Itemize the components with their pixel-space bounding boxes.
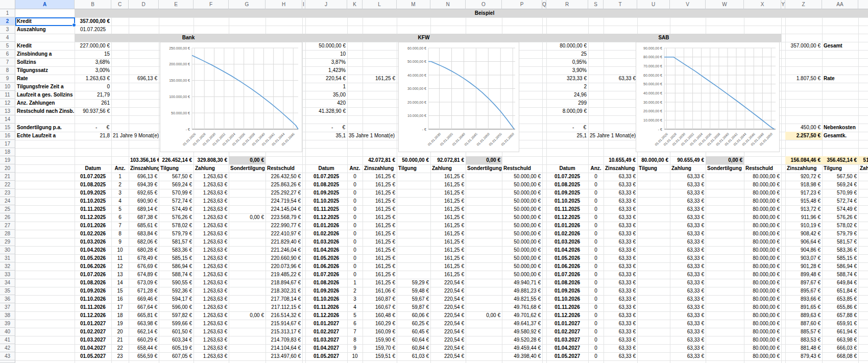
cell-E29[interactable]: 581,57 € [159, 238, 194, 246]
column-header-H[interactable]: H [266, 0, 302, 9]
header-sab-6[interactable]: Restschuld [744, 164, 781, 173]
cell-C40[interactable]: 20 [111, 328, 129, 336]
cell-E31[interactable]: 585,15 € [159, 254, 194, 262]
row-header-23[interactable]: 23 [0, 189, 15, 197]
cell-B38[interactable]: 01.12.2026 [75, 311, 111, 320]
row-header-16[interactable]: 16 [0, 132, 15, 140]
total-kfw-0[interactable]: 42.072,81 € [363, 156, 397, 164]
cell-M43[interactable]: 61,03 € [397, 352, 430, 360]
header-kfw-3[interactable]: Tilgung [397, 164, 430, 173]
cell-S35[interactable]: 0 [588, 287, 604, 295]
cell-F29[interactable]: 1.263,63 € [194, 238, 229, 246]
row-header-43[interactable]: 43 [0, 352, 15, 360]
header-bank-4[interactable]: Zahlung [194, 164, 229, 173]
param-kfw-6[interactable]: 10 [305, 50, 347, 58]
cell-T39[interactable]: 63,33 € [604, 320, 637, 328]
param-sab-5[interactable]: 80.000,00 € [546, 42, 588, 50]
param-bank-12[interactable]: 261 [75, 99, 111, 107]
cell-D43[interactable]: 656,59 € [129, 352, 159, 360]
cell-K27[interactable]: 0 [347, 222, 363, 230]
cell-H35[interactable]: 218.302,31 € [266, 287, 302, 295]
param-kfw-7[interactable]: 3,87% [305, 58, 347, 66]
column-header-U[interactable]: U [637, 0, 670, 9]
cell-AA33[interactable]: 588,74 € [822, 271, 858, 279]
cell-V32[interactable]: 63,33 € [670, 262, 706, 271]
cell-M42[interactable]: 60,84 € [397, 344, 430, 352]
cell-F24[interactable]: 1.263,63 € [194, 197, 229, 205]
row-header-42[interactable]: 42 [0, 344, 15, 352]
cell-J25[interactable]: 01.11.2025 [305, 205, 347, 213]
cell-F25[interactable]: 1.263,63 € [194, 205, 229, 213]
cell-F21[interactable]: 1.263,63 € [194, 173, 229, 181]
cell-E43[interactable]: 607,05 € [159, 352, 194, 360]
cell-D29[interactable]: 682,06 € [129, 238, 159, 246]
cell-D21[interactable]: 696,13 € [129, 173, 159, 181]
total-kfw-1[interactable]: 50.000,00 € [397, 156, 430, 164]
cell-H32[interactable]: 220.073,96 € [266, 262, 302, 271]
cell-L40[interactable]: 160,09 € [363, 328, 397, 336]
cell-Z25[interactable]: 913,72 € [785, 205, 822, 213]
cell-X36[interactable]: 80.000,00 € [744, 295, 781, 303]
cell-D22[interactable]: 694,39 € [129, 181, 159, 189]
cell-N28[interactable]: 161,25 € [430, 230, 466, 238]
header-sab-0[interactable]: Datum [546, 164, 588, 173]
cell-C21[interactable]: 1 [111, 173, 129, 181]
sondertilgung-sab[interactable]: -€ [546, 124, 588, 132]
cell-C28[interactable]: 8 [111, 230, 129, 238]
cell-X37[interactable]: 80.000,00 € [744, 303, 781, 311]
cell-T25[interactable]: 63,33 € [604, 205, 637, 213]
cell-O38[interactable]: 0,00 € [466, 311, 502, 320]
cell-X26[interactable]: 80.000,00 € [744, 213, 781, 222]
cell-S23[interactable]: 0 [588, 189, 604, 197]
cell-S32[interactable]: 0 [588, 262, 604, 271]
cell-D24[interactable]: 690,90 € [129, 197, 159, 205]
cell-P30[interactable]: 50.000,00 € [502, 246, 542, 254]
row-header-15[interactable]: 15 [0, 124, 15, 132]
param-sab-9[interactable]: 323,33 € [546, 75, 588, 83]
cell-L21[interactable]: 161,25 € [363, 173, 397, 181]
cell-AA25[interactable]: 574,49 € [822, 205, 858, 213]
cell-F40[interactable]: 1.263,63 € [194, 328, 229, 336]
cell-H31[interactable]: 220.660,90 € [266, 254, 302, 262]
echte-laufzeit-sab[interactable]: 25,1 [546, 132, 588, 140]
cell-K29[interactable]: 0 [347, 238, 363, 246]
cell-T21[interactable]: 63,33 € [604, 173, 637, 181]
cell-D33[interactable]: 674,89 € [129, 271, 159, 279]
cell-T30[interactable]: 63,33 € [604, 246, 637, 254]
cell-X38[interactable]: 80.000,00 € [744, 311, 781, 320]
cell-D34[interactable]: 673,09 € [129, 279, 159, 287]
cell-T38[interactable]: 63,33 € [604, 311, 637, 320]
cell-J41[interactable]: 01.03.2027 [305, 336, 347, 344]
row-header-31[interactable]: 31 [0, 254, 15, 262]
cell-L41[interactable]: 159,90 € [363, 336, 397, 344]
cell-T32[interactable]: 63,33 € [604, 262, 637, 271]
total-kfw-3[interactable]: 0,00 € [466, 156, 502, 164]
cell-V40[interactable]: 63,33 € [670, 328, 706, 336]
param-kfw-12[interactable]: 420 [305, 99, 347, 107]
cell-N31[interactable]: 161,25 € [430, 254, 466, 262]
cell-J40[interactable]: 01.02.2027 [305, 328, 347, 336]
cell-H27[interactable]: 222.990,77 € [266, 222, 302, 230]
cell-Z37[interactable]: 891,65 € [785, 303, 822, 311]
cell-E21[interactable]: 567,50 € [159, 173, 194, 181]
cell-C35[interactable]: 15 [111, 287, 129, 295]
column-header-P[interactable]: P [502, 0, 542, 9]
param-bank-6[interactable]: 15 [75, 50, 111, 58]
cell-L31[interactable]: 161,25 € [363, 254, 397, 262]
cell-L39[interactable]: 160,29 € [363, 320, 397, 328]
row-header-11[interactable]: 11 [0, 91, 15, 99]
cell-M34[interactable]: 59,29 € [397, 279, 430, 287]
cell-D42[interactable]: 658,44 € [129, 344, 159, 352]
gesamt-header-1[interactable]: Tilgung [822, 164, 858, 173]
row-label-11[interactable]: Laufzeit a ges. Sollzins [15, 91, 75, 99]
cell-C31[interactable]: 11 [111, 254, 129, 262]
param-sab-10[interactable]: 2 [546, 83, 588, 91]
cell-P24[interactable]: 50.000,00 € [502, 197, 542, 205]
cell-H28[interactable]: 222.410,97 € [266, 230, 302, 238]
cell-J34[interactable]: 01.08.2026 [305, 279, 347, 287]
cell-B43[interactable]: 01.05.2027 [75, 352, 111, 360]
cell-S27[interactable]: 0 [588, 222, 604, 230]
cell-J23[interactable]: 01.09.2025 [305, 189, 347, 197]
cell-B31[interactable]: 01.05.2026 [75, 254, 111, 262]
total-bank-1[interactable]: 226.452,14 € [159, 156, 194, 164]
